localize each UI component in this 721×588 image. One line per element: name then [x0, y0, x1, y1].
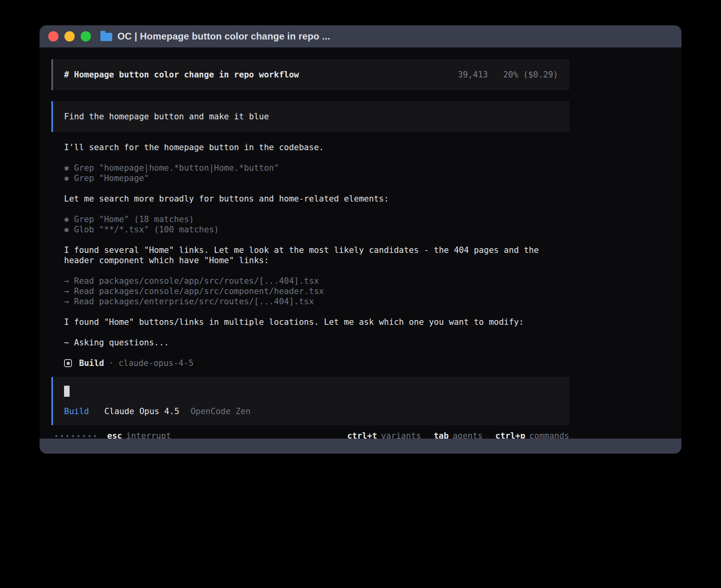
agent-icon-dot: [67, 362, 70, 365]
tool-call-line: ✱ Glob "**/*.tsx" (100 matches): [64, 224, 569, 235]
tool-call-block: ✱ Grep "Home" (18 matches)✱ Glob "**/*.t…: [64, 214, 569, 235]
tool-call-block: → Read packages/console/app/src/routes/[…: [64, 276, 569, 307]
tool-call-line: → Read packages/console/app/src/componen…: [64, 286, 569, 296]
variants-label: variants: [381, 431, 421, 439]
agent-status-row: Build · claude-opus-4-5: [64, 358, 569, 368]
commands-label: commands: [529, 431, 569, 439]
context-cost: 20% ($0.29): [503, 70, 558, 79]
minimize-window-button[interactable]: [64, 31, 75, 41]
tool-call-line: ✱ Grep "Homepage": [64, 173, 569, 183]
assistant-text-block: I found "Home" buttons/links in multiple…: [64, 317, 569, 327]
agent-name: Build: [79, 358, 104, 368]
provider-label: OpenCode Zen: [191, 407, 251, 416]
spinner-dot: [72, 435, 74, 437]
ctrl+p-key: ctrl+p: [495, 431, 525, 439]
agent-separator: ·: [109, 358, 114, 368]
text-cursor: [64, 386, 70, 397]
assistant-text-block: I found several "Home" links. Let me loo…: [64, 245, 569, 266]
zoom-window-button[interactable]: [81, 31, 91, 41]
assistant-text-line: Let me search more broadly for buttons a…: [64, 194, 569, 204]
keybind-hints: ctrl+tvariantstabagentsctrl+pcommands: [347, 431, 569, 439]
progress-spinner: [55, 435, 96, 437]
agents-label: agents: [453, 431, 483, 439]
session-content: # Homepage button color change in repo w…: [51, 59, 569, 439]
tool-call-line: → Read packages/console/app/src/routes/[…: [64, 276, 569, 286]
esc-key: esc: [107, 431, 122, 439]
agents-hint: tabagents: [434, 431, 483, 439]
prompt-input[interactable]: Build Claude Opus 4.5 OpenCode Zen: [51, 377, 569, 425]
build-agent-icon: [64, 359, 72, 367]
window-controls: [48, 31, 91, 41]
user-message: Find the homepage button and make it blu…: [51, 101, 569, 132]
status-line: ~ Asking questions...: [64, 337, 569, 348]
tool-call-line: ✱ Grep "homepage|home.*button|Home.*butt…: [64, 163, 569, 173]
user-message-text: Find the homepage button and make it blu…: [64, 112, 269, 121]
assistant-text-line: I'll search for the homepage button in t…: [64, 142, 569, 153]
spinner-dot: [55, 435, 57, 437]
assistant-text-block: Let me search more broadly for buttons a…: [64, 194, 569, 204]
assistant-text-line: I found "Home" buttons/links in multiple…: [64, 317, 569, 327]
ctrl+t-key: ctrl+t: [347, 431, 377, 439]
commands-hint: ctrl+pcommands: [495, 431, 569, 439]
agent-model: claude-opus-4-5: [119, 358, 194, 368]
spinner-dot: [94, 435, 96, 437]
variants-hint: ctrl+tvariants: [347, 431, 421, 439]
spinner-dot: [89, 435, 91, 437]
conversation: I'll search for the homepage button in t…: [64, 142, 569, 348]
status-bar: escinterrupt ctrl+tvariantstabagentsctrl…: [51, 431, 569, 439]
tool-call-line: → Read packages/enterprise/src/routes/[.…: [64, 296, 569, 307]
prompt-meta: Build Claude Opus 4.5 OpenCode Zen: [64, 406, 558, 416]
agent-mode-label[interactable]: Build: [64, 407, 89, 416]
interrupt-label: interrupt: [126, 431, 171, 439]
prompt-input-line[interactable]: [64, 386, 558, 397]
assistant-text-line: I found several "Home" links. Let me loo…: [64, 245, 569, 266]
window-title: OC | Homepage button color change in rep…: [117, 31, 330, 42]
assistant-text-block: I'll search for the homepage button in t…: [64, 142, 569, 153]
session-stats: 39,413 20% ($0.29): [458, 70, 558, 80]
tool-call-line: ✱ Grep "Home" (18 matches): [64, 214, 569, 224]
tab-key: tab: [434, 431, 449, 439]
spinner-dot: [61, 435, 63, 437]
close-window-button[interactable]: [48, 31, 59, 41]
spinner-dot: [77, 435, 79, 437]
session-title: # Homepage button color change in repo w…: [64, 70, 299, 80]
window-bottom-edge: [40, 439, 681, 454]
folder-icon: [100, 33, 112, 41]
token-count: 39,413: [458, 70, 488, 79]
spinner-dot: [66, 435, 68, 437]
session-header: # Homepage button color change in repo w…: [51, 59, 569, 90]
interrupt-hint: escinterrupt: [107, 431, 171, 439]
spinner-dot: [83, 435, 85, 437]
status-bar-left: escinterrupt: [51, 431, 171, 439]
terminal-window: OC | Homepage button color change in rep…: [40, 25, 681, 454]
window-titlebar[interactable]: OC | Homepage button color change in rep…: [40, 25, 681, 47]
model-label[interactable]: Claude Opus 4.5: [104, 407, 179, 416]
status-block: ~ Asking questions...: [64, 337, 569, 348]
tool-call-block: ✱ Grep "homepage|home.*button|Home.*butt…: [64, 163, 569, 183]
terminal-body: # Homepage button color change in repo w…: [40, 47, 681, 439]
